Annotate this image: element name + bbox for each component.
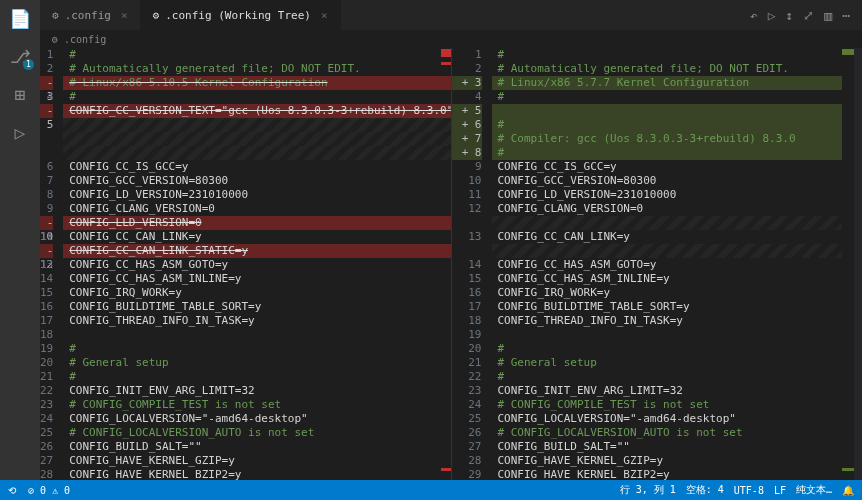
code-line[interactable]: CONFIG_HAVE_KERNEL_BZIP2=y — [492, 468, 843, 480]
right-code[interactable]: ## Automatically generated file; DO NOT … — [492, 48, 843, 480]
extensions-icon[interactable]: ⊞ — [8, 82, 32, 106]
code-line[interactable] — [492, 244, 843, 258]
code-line[interactable]: CONFIG_CC_HAS_ASM_GOTO=y — [492, 258, 843, 272]
code-line[interactable]: CONFIG_INIT_ENV_ARG_LIMIT=32 — [492, 384, 843, 398]
code-line[interactable]: CONFIG_BUILD_SALT="" — [492, 440, 843, 454]
code-line[interactable]: # Compiler: gcc (Uos 8.3.0.3-3+rebuild) … — [492, 132, 843, 146]
code-line[interactable]: # — [492, 370, 843, 384]
code-line[interactable]: # CONFIG_LOCALVERSION_AUTO is not set — [492, 426, 843, 440]
code-line[interactable]: CONFIG_LLD_VERSION=0 — [63, 216, 451, 230]
code-line[interactable]: CONFIG_BUILD_SALT="" — [63, 440, 451, 454]
code-line[interactable]: CONFIG_GCC_VERSION=80300 — [63, 174, 451, 188]
code-line[interactable]: CONFIG_CC_HAS_ASM_INLINE=y — [492, 272, 843, 286]
next-change-icon[interactable]: ▷ — [768, 8, 776, 23]
indentation[interactable]: 空格: 4 — [686, 483, 724, 497]
prev-change-icon[interactable]: ↶ — [750, 8, 758, 23]
close-icon[interactable]: × — [321, 9, 328, 22]
code-line[interactable]: CONFIG_CLANG_VERSION=0 — [492, 202, 843, 216]
code-line[interactable]: # — [492, 146, 843, 160]
code-line[interactable]: CONFIG_CLANG_VERSION=0 — [63, 202, 451, 216]
tab-1[interactable]: ⚙.config (Working Tree)× — [141, 0, 341, 30]
diff-mark[interactable] — [842, 468, 854, 471]
more-icon[interactable]: ⋯ — [842, 8, 850, 23]
code-line[interactable]: # Automatically generated file; DO NOT E… — [63, 62, 451, 76]
code-line[interactable] — [492, 104, 843, 118]
code-line[interactable] — [63, 132, 451, 146]
problems[interactable]: ⊘ 0 ⚠ 0 — [28, 485, 70, 496]
tab-0[interactable]: ⚙.config× — [40, 0, 141, 30]
code-line[interactable] — [63, 146, 451, 160]
code-line[interactable]: # Linux/x86 5.7.7 Kernel Configuration — [492, 76, 843, 90]
code-line[interactable]: CONFIG_LOCALVERSION="-amd64-desktop" — [492, 412, 843, 426]
code-line[interactable]: CONFIG_CC_HAS_ASM_INLINE=y — [63, 272, 451, 286]
code-line[interactable]: CONFIG_CC_IS_GCC=y — [492, 160, 843, 174]
code-line[interactable]: # — [492, 118, 843, 132]
line-number: 26 — [40, 440, 53, 454]
explorer-icon[interactable]: 📄 — [8, 6, 32, 30]
split-icon[interactable]: ▥ — [824, 8, 832, 23]
code-line[interactable]: CONFIG_HAVE_KERNEL_GZIP=y — [63, 454, 451, 468]
code-line[interactable]: # Automatically generated file; DO NOT E… — [492, 62, 843, 76]
code-line[interactable]: CONFIG_CC_IS_GCC=y — [63, 160, 451, 174]
diff-mark[interactable] — [441, 468, 451, 471]
code-line[interactable] — [63, 328, 451, 342]
line-number: 10 — [452, 174, 482, 188]
diff-mark[interactable] — [842, 52, 854, 55]
code-line[interactable]: CONFIG_IRQ_WORK=y — [492, 286, 843, 300]
diff-mark[interactable] — [441, 62, 451, 65]
diff-mark[interactable] — [441, 54, 451, 57]
code-line[interactable] — [492, 216, 843, 230]
code-line[interactable]: CONFIG_CC_CAN_LINK=y — [63, 230, 451, 244]
code-line[interactable]: CONFIG_CC_HAS_ASM_GOTO=y — [63, 258, 451, 272]
remote-icon[interactable]: ⟲ — [8, 485, 16, 496]
code-line[interactable]: CONFIG_LOCALVERSION="-amd64-desktop" — [63, 412, 451, 426]
line-number: 22 — [452, 370, 482, 384]
code-line[interactable]: # — [492, 90, 843, 104]
modified-pane: 12+ 34+ 5+ 6+ 7+ 89101112 13 14151617181… — [452, 48, 863, 480]
code-line[interactable]: # CONFIG_COMPILE_TEST is not set — [492, 398, 843, 412]
code-line[interactable]: CONFIG_CC_CAN_LINK=y — [492, 230, 843, 244]
code-line[interactable]: CONFIG_LD_VERSION=231010000 — [63, 188, 451, 202]
code-line[interactable]: # — [63, 90, 451, 104]
code-line[interactable]: # General setup — [63, 356, 451, 370]
code-line[interactable]: CONFIG_LD_VERSION=231010000 — [492, 188, 843, 202]
code-line[interactable] — [63, 118, 451, 132]
code-line[interactable]: # CONFIG_LOCALVERSION_AUTO is not set — [63, 426, 451, 440]
notifications-icon[interactable]: 🔔 — [842, 485, 854, 496]
code-line[interactable]: CONFIG_HAVE_KERNEL_BZIP2=y — [63, 468, 451, 480]
code-line[interactable]: # General setup — [492, 356, 843, 370]
code-line[interactable]: CONFIG_THREAD_INFO_IN_TASK=y — [492, 314, 843, 328]
cursor-position[interactable]: 行 3, 列 1 — [620, 483, 676, 497]
code-line[interactable]: CONFIG_INIT_ENV_ARG_LIMIT=32 — [63, 384, 451, 398]
code-line[interactable]: # Linux/x86 5.10.5 Kernel Configuration — [63, 76, 451, 90]
eol[interactable]: LF — [774, 485, 786, 496]
code-line[interactable]: CONFIG_CC_VERSION_TEXT="gcc (Uos 8.3.0.3… — [63, 104, 451, 118]
line-number: 20 — [452, 342, 482, 356]
left-code[interactable]: ## Automatically generated file; DO NOT … — [63, 48, 451, 480]
expand-icon[interactable]: ⤢ — [803, 8, 814, 23]
code-line[interactable]: CONFIG_IRQ_WORK=y — [63, 286, 451, 300]
swap-icon[interactable]: ↕ — [786, 8, 794, 23]
code-line[interactable]: CONFIG_BUILDTIME_TABLE_SORT=y — [63, 300, 451, 314]
code-line[interactable]: # — [492, 342, 843, 356]
language-mode[interactable]: 纯文本… — [796, 483, 832, 497]
run-icon[interactable]: ▷ — [8, 120, 32, 144]
code-line[interactable]: # — [63, 48, 451, 62]
code-line[interactable]: CONFIG_BUILDTIME_TABLE_SORT=y — [492, 300, 843, 314]
code-line[interactable]: # — [63, 370, 451, 384]
source-control-icon[interactable]: ⎇1 — [8, 44, 32, 68]
code-line[interactable]: # — [63, 342, 451, 356]
close-icon[interactable]: × — [121, 9, 128, 22]
code-line[interactable]: # CONFIG_COMPILE_TEST is not set — [63, 398, 451, 412]
breadcrumb[interactable]: ⚙ .config — [40, 30, 862, 48]
line-number: 2 — [452, 62, 482, 76]
code-line[interactable]: CONFIG_HAVE_KERNEL_GZIP=y — [492, 454, 843, 468]
encoding[interactable]: UTF-8 — [734, 485, 764, 496]
minimap[interactable] — [854, 48, 862, 480]
code-line[interactable]: CONFIG_THREAD_INFO_IN_TASK=y — [63, 314, 451, 328]
code-line[interactable]: CONFIG_CC_CAN_LINK_STATIC=y — [63, 244, 451, 258]
code-line[interactable]: # — [492, 48, 843, 62]
right-overview-ruler[interactable] — [842, 48, 854, 480]
code-line[interactable]: CONFIG_GCC_VERSION=80300 — [492, 174, 843, 188]
code-line[interactable] — [492, 328, 843, 342]
